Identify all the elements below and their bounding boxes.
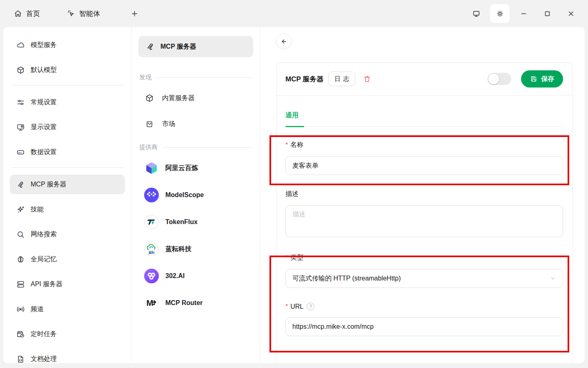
search-icon	[16, 230, 25, 239]
server-icon	[16, 280, 25, 289]
provider-item[interactable]: 302.AI	[138, 266, 253, 286]
name-input[interactable]	[285, 156, 563, 175]
provider-item[interactable]: MMCP Router	[138, 293, 253, 313]
bag-icon	[145, 119, 154, 128]
provider-label: 302.AI	[165, 272, 185, 280]
sidebar-item[interactable]: 定时任务	[10, 324, 125, 344]
window-controls	[466, 4, 588, 23]
sidebar-item[interactable]: 显示设置	[10, 117, 125, 137]
type-select[interactable]: 可流式传输的 HTTP (streamableHttp)	[285, 269, 563, 288]
save-button[interactable]: 保存	[521, 70, 563, 88]
mcp-icon	[146, 42, 155, 51]
sidebar-item[interactable]: 默认模型	[10, 60, 125, 80]
plus-icon	[131, 10, 138, 18]
cloud-icon	[16, 41, 25, 49]
display-settings-icon	[16, 123, 25, 132]
card-header: MCP 服务器 日志 保存	[276, 63, 572, 96]
sidebar-item-label: API 服务器	[31, 280, 62, 289]
settings-gear-icon	[496, 10, 504, 18]
mcp-detail-column: MCP 服务器 日志 保存 通用 *	[260, 27, 585, 363]
delete-button[interactable]	[362, 74, 372, 84]
mcp-nav-selected[interactable]: MCP 服务器	[138, 36, 253, 57]
new-tab-button[interactable]	[127, 6, 142, 21]
sidebar-item-label: 定时任务	[31, 330, 57, 339]
package-icon	[16, 66, 25, 74]
titlebar-tab-label: 首页	[26, 9, 40, 18]
mcp-server-card: MCP 服务器 日志 保存 通用 *	[276, 62, 572, 363]
section-title: 发现	[139, 74, 151, 81]
maximize-button[interactable]	[537, 4, 557, 23]
sidebar-item-label: 默认模型	[31, 66, 57, 74]
enable-toggle[interactable]	[488, 73, 511, 85]
sidebar-item-label: 文档处理	[31, 355, 57, 364]
sidebar-item-label: 数据设置	[31, 148, 57, 157]
tab-general[interactable]: 通用	[285, 111, 298, 120]
titlebar: 首页智能体	[0, 0, 588, 27]
sidebar-item[interactable]: 频道	[10, 299, 125, 319]
provider-item[interactable]: 蓝耘蓝耘科技	[138, 239, 253, 259]
mcp-nav-item-label: 市场	[162, 120, 175, 128]
file-code-icon	[16, 355, 25, 364]
svg-text:M: M	[146, 298, 153, 307]
sidebar-item-label: 频道	[31, 305, 44, 314]
main-panel: 模型服务默认模型常规设置显示设置数据设置MCP 服务器技能网络搜索全局记忆API…	[3, 27, 585, 363]
broadcast-icon	[16, 305, 25, 314]
minimize-button[interactable]	[514, 4, 533, 23]
provider-item[interactable]: TokenFlux	[138, 212, 253, 232]
sidebar-item[interactable]: MCP 服务器	[10, 175, 125, 194]
sidebar-item[interactable]: 全局记忆	[10, 249, 125, 269]
home-icon	[14, 9, 22, 18]
sidebar-item-label: 网络搜索	[31, 230, 57, 239]
titlebar-tab[interactable]: 智能体	[67, 9, 100, 18]
provider-item[interactable]: ModelScope	[138, 185, 253, 205]
settings-gear-button[interactable]	[490, 4, 510, 23]
sidebar-item-label: 全局记忆	[31, 255, 57, 264]
sidebar-item[interactable]: 数据设置	[10, 142, 125, 162]
provider-item[interactable]: 阿里云百炼	[138, 158, 253, 178]
sidebar-item-label: 常规设置	[31, 98, 57, 107]
mcp-nav-selected-label: MCP 服务器	[160, 43, 196, 51]
sidebar-item[interactable]: 技能	[10, 200, 125, 219]
provider-label: 蓝耘科技	[165, 245, 192, 254]
back-button[interactable]	[276, 34, 292, 49]
section-header: 提供商	[139, 143, 252, 152]
section-title: 提供商	[139, 144, 158, 151]
trash-icon	[363, 75, 371, 83]
schedule-icon	[16, 330, 25, 339]
provider-label: 阿里云百炼	[165, 164, 198, 173]
sidebar-item[interactable]: 文档处理	[10, 349, 125, 363]
settings-sidebar: 模型服务默认模型常规设置显示设置数据设置MCP 服务器技能网络搜索全局记忆API…	[3, 27, 132, 363]
sidebar-item-label: MCP 服务器	[31, 180, 67, 189]
type-select-value: 可流式传输的 HTTP (streamableHttp)	[292, 274, 401, 283]
drive-icon	[16, 148, 25, 157]
modelscope-logo	[144, 188, 159, 202]
display-monitor-icon	[472, 10, 480, 18]
sparkles-icon	[16, 205, 25, 214]
back-arrow-icon	[280, 38, 288, 45]
svg-text:蓝耘: 蓝耘	[148, 251, 155, 254]
titlebar-tab-label: 智能体	[79, 9, 100, 18]
description-textarea[interactable]	[285, 205, 563, 237]
sidebar-divider	[11, 167, 123, 168]
tokenflux-logo	[144, 215, 159, 229]
mcp-nav-item[interactable]: 市场	[138, 114, 253, 134]
sidebar-item[interactable]: 常规设置	[10, 92, 125, 112]
provider-label: TokenFlux	[165, 218, 198, 226]
mcp-nav-item[interactable]: 内置服务器	[138, 88, 253, 108]
maximize-icon	[543, 10, 551, 18]
toggle-knob	[488, 74, 499, 84]
close-button[interactable]	[561, 4, 581, 23]
url-input[interactable]	[285, 317, 563, 336]
card-title: MCP 服务器	[285, 74, 323, 84]
sidebar-item[interactable]: API 服务器	[10, 274, 125, 294]
name-label: * 名称	[285, 141, 563, 149]
help-icon[interactable]: ?	[307, 303, 314, 310]
log-button[interactable]: 日志	[328, 72, 355, 86]
provider-label: MCP Router	[165, 299, 203, 307]
titlebar-tab[interactable]: 首页	[14, 9, 40, 18]
sidebar-item[interactable]: 网络搜索	[10, 224, 125, 244]
display-monitor-button[interactable]	[466, 4, 486, 23]
sidebar-item[interactable]: 模型服务	[10, 35, 125, 55]
agent-cursor-icon	[67, 9, 75, 18]
sidebar-item-label: 模型服务	[31, 41, 57, 49]
